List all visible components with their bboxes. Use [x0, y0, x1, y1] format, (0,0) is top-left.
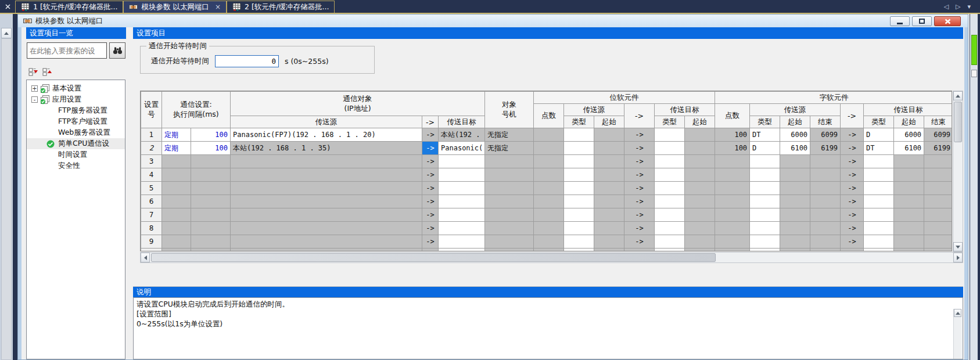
row-number-cell[interactable]: 7	[141, 208, 162, 222]
grid-cell[interactable]	[564, 222, 594, 235]
grid-cell[interactable]	[534, 249, 564, 252]
grid-cell[interactable]	[864, 208, 894, 222]
grid-cell[interactable]	[715, 235, 750, 249]
scrollbar-thumb[interactable]	[954, 102, 962, 142]
grid-cell[interactable]: 6199	[810, 142, 841, 155]
grid-cell[interactable]	[439, 195, 485, 208]
grid-cell[interactable]	[231, 195, 422, 208]
grid-cell[interactable]	[715, 249, 750, 252]
grid-cell[interactable]: ->	[422, 182, 439, 195]
grid-cell[interactable]	[564, 155, 594, 168]
grid-cell[interactable]	[485, 249, 534, 252]
row-number-cell[interactable]: 4	[141, 168, 162, 182]
grid-cell[interactable]	[594, 168, 624, 182]
scroll-left-button[interactable]	[141, 253, 150, 262]
grid-cell[interactable]: ->	[624, 249, 655, 252]
grid-cell[interactable]	[485, 235, 534, 249]
grid-cell[interactable]: ->	[422, 249, 439, 252]
grid-cell[interactable]: ->	[841, 128, 864, 142]
grid-cell[interactable]	[534, 208, 564, 222]
grid-cell[interactable]	[810, 222, 841, 235]
grid-cell[interactable]	[191, 168, 231, 182]
grid-cell[interactable]: ->	[422, 142, 439, 155]
grid-cell[interactable]: 6100	[780, 142, 810, 155]
grid-cell[interactable]	[780, 249, 810, 252]
grid-cell[interactable]: ->	[841, 168, 864, 182]
grid-cell[interactable]: 100	[715, 128, 750, 142]
grid-cell[interactable]	[810, 155, 841, 168]
grid-cell[interactable]	[231, 168, 422, 182]
grid-cell[interactable]	[864, 155, 894, 168]
grid-cell[interactable]	[191, 182, 231, 195]
grid-cell[interactable]	[485, 222, 534, 235]
grid-cell[interactable]	[715, 222, 750, 235]
row-number-cell[interactable]: 2	[141, 142, 162, 155]
grid-cell[interactable]	[594, 155, 624, 168]
grid-cell[interactable]	[685, 168, 715, 182]
grid-cell[interactable]	[685, 195, 715, 208]
grid-cell[interactable]	[810, 168, 841, 182]
description-scrollbar[interactable]	[953, 309, 962, 359]
grid-cell[interactable]	[655, 128, 685, 142]
grid-cell[interactable]	[534, 182, 564, 195]
minimize-button[interactable]	[890, 16, 910, 26]
grid-cell[interactable]	[564, 249, 594, 252]
grid-cell[interactable]	[594, 208, 624, 222]
tree-item[interactable]: FTP服务器设置	[27, 105, 125, 116]
tree-item[interactable]: -应用设置	[27, 94, 125, 105]
grid-cell[interactable]	[924, 195, 952, 208]
tab-device-buffer-1[interactable]: 1 [软元件/缓冲存储器批...	[15, 1, 123, 13]
scroll-up-button[interactable]	[1, 28, 12, 38]
grid-cell[interactable]	[810, 249, 841, 252]
grid-cell[interactable]	[894, 249, 924, 252]
row-number-cell[interactable]: 8	[141, 222, 162, 235]
grid-cell[interactable]	[564, 195, 594, 208]
grid-cell[interactable]	[924, 168, 952, 182]
panel-close-icon[interactable]	[0, 0, 15, 13]
grid-cell[interactable]	[191, 195, 231, 208]
grid-cell[interactable]	[655, 182, 685, 195]
grid-cell[interactable]: ->	[624, 222, 655, 235]
grid-cell[interactable]	[750, 182, 780, 195]
grid-cell[interactable]	[439, 249, 485, 252]
grid-cell[interactable]	[810, 195, 841, 208]
grid-cell[interactable]: ->	[841, 155, 864, 168]
grid-cell[interactable]	[439, 155, 485, 168]
grid-cell[interactable]	[685, 155, 715, 168]
grid-cell[interactable]	[439, 222, 485, 235]
grid-cell[interactable]: 无指定	[485, 142, 534, 155]
tree-item[interactable]: 简单CPU通信设	[27, 138, 125, 149]
grid-cell[interactable]	[924, 222, 952, 235]
grid-cell[interactable]	[564, 208, 594, 222]
grid-cell[interactable]	[655, 142, 685, 155]
grid-cell[interactable]: ->	[624, 142, 655, 155]
grid-cell[interactable]	[594, 182, 624, 195]
grid-cell[interactable]	[534, 235, 564, 249]
tree-expander-icon[interactable]: -	[31, 96, 38, 103]
grid-cell[interactable]	[780, 182, 810, 195]
grid-cell[interactable]	[162, 249, 191, 252]
grid-cell[interactable]: ->	[841, 195, 864, 208]
grid-cell[interactable]: 本站(192 .	[439, 128, 485, 142]
grid-cell[interactable]	[564, 142, 594, 155]
grid-cell[interactable]	[655, 208, 685, 222]
grid-cell[interactable]	[534, 155, 564, 168]
grid-cell[interactable]	[485, 168, 534, 182]
grid-cell[interactable]: DT	[864, 142, 894, 155]
grid-cell[interactable]	[655, 249, 685, 252]
grid-cell[interactable]: 定期	[162, 142, 191, 155]
grid-cell[interactable]	[534, 168, 564, 182]
wait-time-input[interactable]	[215, 55, 279, 67]
grid-cell[interactable]: ->	[624, 168, 655, 182]
grid-vertical-scrollbar[interactable]	[953, 91, 963, 252]
grid-cell[interactable]	[564, 128, 594, 142]
grid-cell[interactable]	[685, 182, 715, 195]
grid-cell[interactable]	[534, 195, 564, 208]
grid-cell[interactable]	[655, 222, 685, 235]
grid-cell[interactable]: 6099	[924, 128, 952, 142]
grid-cell[interactable]	[924, 249, 952, 252]
grid-cell[interactable]: Panasonic(	[439, 142, 485, 155]
collapse-all-icon[interactable]	[28, 68, 38, 77]
grid-cell[interactable]: ->	[624, 208, 655, 222]
tab-module-param[interactable]: 模块参数 以太网端口 ×	[123, 1, 227, 13]
